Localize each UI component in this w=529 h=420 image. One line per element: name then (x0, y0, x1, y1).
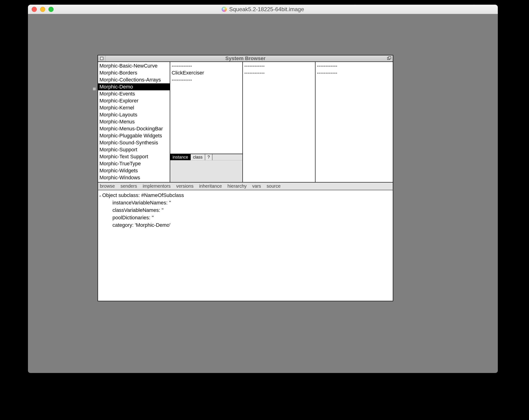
browse-button[interactable]: browse (100, 184, 115, 189)
category-item[interactable]: Morphic-TrueType (98, 160, 170, 167)
collapse-icon (387, 56, 391, 61)
caret-icon: ^ (99, 193, 101, 200)
protocol-pane[interactable]: ------------ ------------ (243, 62, 316, 182)
instance-button[interactable]: instance (170, 154, 191, 160)
versions-button[interactable]: versions (176, 184, 194, 189)
selection-handle[interactable] (93, 87, 96, 91)
class-pane[interactable]: ------------ ClickExerciser ------------… (170, 62, 243, 182)
svg-rect-1 (389, 57, 391, 59)
category-item[interactable]: Morphic-Pluggable Widgets (98, 132, 170, 139)
mac-titlebar: Squeak5.2-18225-64bit.image (28, 5, 498, 14)
method-item[interactable]: ------------ (316, 69, 393, 76)
squeak-app-icon (222, 7, 227, 12)
category-item[interactable]: Morphic-Sound-Synthesis (98, 139, 170, 146)
browser-action-strip: browse senders implementors versions inh… (98, 183, 393, 190)
category-item[interactable]: Morphic-Kernel (98, 104, 170, 111)
method-item[interactable]: ------------ (316, 62, 393, 69)
system-browser-titlebar[interactable]: System Browser (98, 55, 393, 62)
category-list[interactable]: Morphic-Basic-NewCurve Morphic-Borders M… (98, 62, 170, 181)
method-list[interactable]: ------------ ------------ (316, 62, 393, 76)
category-item[interactable]: Morphic-Explorer (98, 97, 170, 104)
zoom-window-button[interactable] (48, 7, 53, 12)
window-menu-icon (100, 57, 103, 60)
vars-button[interactable]: vars (252, 184, 261, 189)
class-list[interactable]: ------------ ClickExerciser ------------ (170, 62, 242, 83)
category-item[interactable]: Morphic-Menus (98, 118, 170, 125)
category-item[interactable]: Morphic-Windows (98, 174, 170, 181)
code-line: instanceVariableNames: '' (102, 199, 390, 207)
window-collapse-button[interactable] (387, 56, 392, 61)
category-item[interactable]: Morphic-Support (98, 146, 170, 153)
traffic-lights (32, 7, 53, 12)
protocol-item[interactable]: ------------ (243, 62, 315, 69)
category-item[interactable]: Morphic-Layouts (98, 111, 170, 118)
inheritance-button[interactable]: inheritance (199, 184, 222, 189)
implementors-button[interactable]: implementors (143, 184, 171, 189)
protocol-item[interactable]: ------------ (243, 69, 315, 76)
close-window-button[interactable] (32, 7, 37, 12)
switch-fill (212, 154, 242, 160)
class-item[interactable]: ClickExerciser (170, 69, 242, 76)
code-line: Object subclass: #NameOfSubclass (102, 192, 390, 199)
mac-window-title-text: Squeak5.2-18225-64bit.image (229, 6, 304, 13)
code-pane[interactable]: ^ Object subclass: #NameOfSubclass insta… (98, 190, 393, 301)
protocol-list[interactable]: ------------ ------------ (243, 62, 315, 76)
category-item[interactable]: Morphic-Borders (98, 69, 170, 76)
class-item[interactable]: ------------ (170, 62, 242, 69)
category-item[interactable]: Morphic-Menus-DockingBar (98, 125, 170, 132)
class-button[interactable]: class (191, 154, 205, 160)
code-line: category: 'Morphic-Demo' (102, 222, 390, 229)
class-item[interactable]: ------------ (170, 76, 242, 83)
category-item[interactable]: Morphic-Collections-Arrays (98, 76, 170, 83)
category-item[interactable]: Morphic-Text Support (98, 153, 170, 160)
browser-panes: Morphic-Basic-NewCurve Morphic-Borders M… (98, 62, 393, 183)
mac-window-title: Squeak5.2-18225-64bit.image (222, 6, 304, 13)
category-item[interactable]: Morphic-Basic-NewCurve (98, 62, 170, 69)
category-item[interactable]: Morphic-Events (98, 90, 170, 97)
system-browser-window[interactable]: System Browser Morphic-Basic-NewCurve Mo… (98, 55, 393, 301)
category-item-selected[interactable]: Morphic-Demo (98, 83, 170, 90)
source-button[interactable]: source (267, 184, 280, 189)
minimize-window-button[interactable] (40, 7, 45, 12)
class-pane-footer (170, 160, 242, 182)
code-line: classVariableNames: '' (102, 207, 390, 214)
system-browser-title: System Browser (98, 55, 393, 62)
method-pane[interactable]: ------------ ------------ (316, 62, 393, 182)
senders-button[interactable]: senders (120, 184, 137, 189)
host-window: Squeak5.2-18225-64bit.image System Brows… (28, 5, 498, 373)
window-menu-button[interactable] (98, 55, 106, 62)
hierarchy-button[interactable]: hierarchy (227, 184, 247, 189)
category-pane[interactable]: Morphic-Basic-NewCurve Morphic-Borders M… (98, 62, 170, 182)
instance-class-switch: instance class ? (170, 154, 242, 160)
category-item[interactable]: Morphic-Widgets (98, 167, 170, 174)
query-button[interactable]: ? (205, 154, 212, 160)
code-line: poolDictionaries: '' (102, 214, 390, 222)
